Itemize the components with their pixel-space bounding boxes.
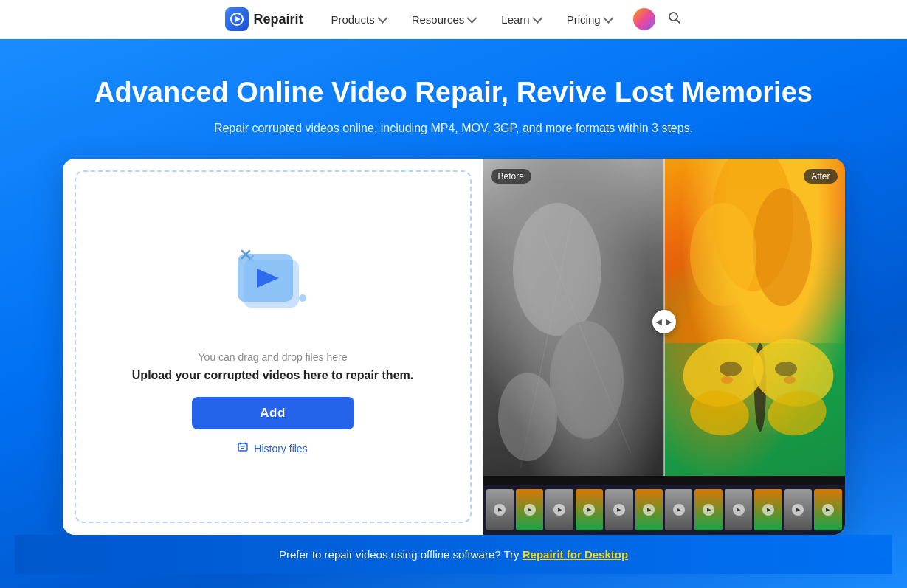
film-thumb-6[interactable]: ▶: [635, 489, 663, 530]
play-icon: ▶: [553, 504, 565, 516]
filmstrip: ▶ ▶ ▶ ▶ ▶ ▶ ▶ ▶ ▶ ▶ ▶ ▶: [483, 485, 845, 535]
play-icon: ▶: [494, 504, 506, 516]
play-icon: ▶: [583, 504, 595, 516]
upload-main-text: Upload your corrupted videos here to rep…: [132, 369, 413, 382]
nav-resources[interactable]: Resources: [401, 0, 486, 39]
svg-point-20: [498, 373, 557, 461]
svg-point-19: [550, 321, 624, 439]
nav-products-label: Products: [331, 13, 374, 26]
svg-marker-1: [235, 16, 241, 22]
history-files-link[interactable]: History files: [238, 441, 307, 455]
film-thumb-10[interactable]: ▶: [754, 489, 782, 530]
navbar: Repairit Products Resources Learn Pricin…: [0, 0, 907, 39]
svg-point-24: [753, 188, 812, 306]
after-image: After: [664, 159, 845, 476]
divider-handle[interactable]: ◄►: [652, 310, 676, 333]
upload-icon-wrap: [221, 238, 325, 336]
chevron-down-icon: [377, 13, 387, 24]
film-thumb-11[interactable]: ▶: [784, 489, 812, 530]
search-icon[interactable]: [667, 10, 682, 29]
play-icon: ▶: [733, 504, 745, 516]
play-icon: ▶: [613, 504, 625, 516]
drag-drop-text: You can drag and drop files here: [199, 351, 348, 363]
hero-section: Advanced Online Video Repair, Revive Los…: [0, 39, 907, 588]
play-icon: ▶: [792, 504, 804, 516]
footer-banner: Prefer to repair videos using offline so…: [15, 535, 892, 574]
nav-learn[interactable]: Learn: [491, 0, 550, 39]
logo[interactable]: Repairit: [225, 7, 303, 31]
svg-point-34: [721, 376, 733, 384]
film-thumb-7[interactable]: ▶: [665, 489, 692, 530]
play-icon: ▶: [762, 504, 774, 516]
before-badge: Before: [491, 169, 531, 184]
svg-point-25: [690, 203, 756, 306]
play-icon: ▶: [643, 504, 655, 516]
logo-icon: [225, 7, 249, 31]
before-image: Before: [483, 159, 664, 476]
hero-subtitle: Repair corrupted videos online, includin…: [15, 122, 892, 135]
preview-panel: Before ◄►: [483, 159, 845, 535]
svg-point-32: [720, 362, 742, 376]
play-icon: ▶: [673, 504, 685, 516]
footer-text: Prefer to repair videos using offline so…: [279, 548, 523, 561]
nav-pricing[interactable]: Pricing: [556, 0, 621, 39]
desktop-link[interactable]: Repairit for Desktop: [523, 548, 628, 561]
main-card: You can drag and drop files here Upload …: [63, 159, 845, 535]
film-thumb-3[interactable]: ▶: [545, 489, 573, 530]
svg-line-3: [676, 19, 680, 23]
upload-panel: You can drag and drop files here Upload …: [75, 170, 472, 523]
hero-title: Advanced Online Video Repair, Revive Los…: [15, 76, 892, 110]
film-thumb-2[interactable]: ▶: [516, 489, 543, 530]
play-icon: ▶: [822, 504, 834, 516]
svg-point-35: [784, 376, 796, 384]
history-icon: [238, 441, 249, 455]
film-thumb-5[interactable]: ▶: [605, 489, 632, 530]
chevron-down-icon: [467, 13, 477, 24]
film-thumb-12[interactable]: ▶: [814, 489, 841, 530]
svg-point-10: [241, 298, 246, 302]
svg-rect-13: [238, 443, 247, 451]
chevron-down-icon: [532, 13, 542, 24]
nav-resources-label: Resources: [412, 13, 465, 26]
svg-point-9: [299, 294, 306, 302]
svg-point-33: [775, 362, 797, 376]
film-thumb-1[interactable]: ▶: [486, 489, 514, 530]
add-button[interactable]: Add: [192, 397, 354, 429]
chevron-down-icon: [603, 13, 613, 24]
film-thumb-4[interactable]: ▶: [576, 489, 603, 530]
logo-text: Repairit: [253, 12, 303, 27]
upload-illustration: [221, 238, 325, 333]
after-badge: After: [804, 169, 837, 184]
avatar[interactable]: [633, 8, 655, 30]
film-thumb-8[interactable]: ▶: [694, 489, 722, 530]
history-files-label: History files: [254, 443, 307, 454]
nav-learn-label: Learn: [501, 13, 529, 26]
play-icon: ▶: [524, 504, 536, 516]
play-icon: ▶: [703, 504, 714, 516]
nav-pricing-label: Pricing: [567, 13, 601, 26]
before-after-container: Before ◄►: [483, 159, 845, 485]
nav-products[interactable]: Products: [320, 0, 395, 39]
film-thumb-9[interactable]: ▶: [725, 489, 752, 530]
